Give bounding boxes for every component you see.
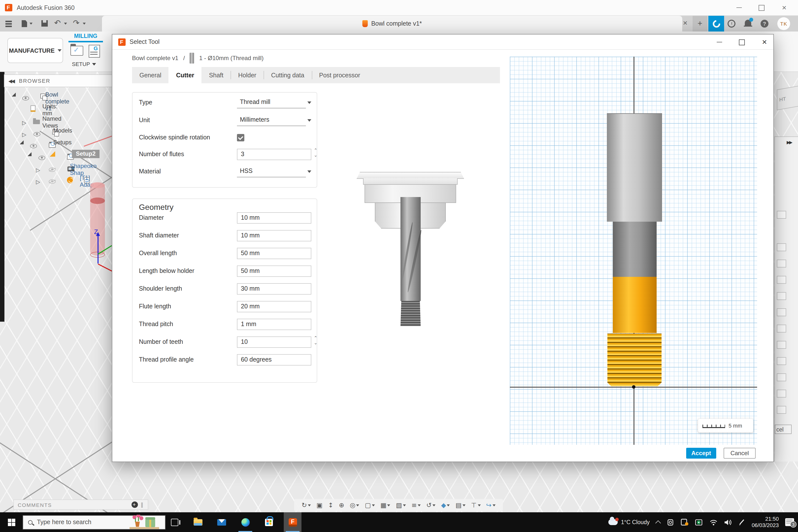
edge-button[interactable] [236, 512, 254, 532]
look-at-tool[interactable]: ▣ [317, 502, 323, 508]
job-status-button[interactable] [708, 16, 724, 32]
document-tab[interactable]: Bowl complete v1* [102, 16, 682, 32]
tree-row-root[interactable]: Bowl complete v1 [0, 89, 13, 100]
panel-collapse-icon[interactable]: ▶▶ [787, 140, 792, 145]
display-green-tray-icon[interactable] [695, 519, 703, 525]
spindle-rotation-checkbox[interactable] [237, 134, 244, 141]
tree-label[interactable]: Setups [53, 139, 72, 146]
file-explorer-button[interactable] [189, 512, 207, 532]
file-icon[interactable] [22, 20, 27, 27]
tree-label-selected[interactable]: Setup2 [72, 150, 99, 158]
background-cancel-button-partial[interactable]: cel [775, 424, 792, 434]
diameter-input[interactable]: 10 mm [237, 212, 311, 224]
visibility-off-icon[interactable] [49, 179, 56, 184]
accept-button[interactable]: Accept [686, 448, 716, 459]
refresh-tool[interactable]: ↺ [426, 502, 436, 508]
taskbar-search[interactable]: Type here to search [23, 515, 166, 529]
expand-open-icon[interactable] [12, 93, 16, 97]
close-button[interactable] [776, 0, 793, 15]
zoom-window-tool[interactable]: ◎ [350, 502, 359, 508]
number-of-teeth-input[interactable]: 10 [237, 337, 311, 348]
expand-closed-icon[interactable] [21, 133, 24, 138]
wifi-tray-icon[interactable] [709, 519, 718, 525]
expand-open-icon[interactable] [27, 152, 32, 156]
volume-tray-icon[interactable] [724, 519, 732, 525]
visibility-eye-icon[interactable] [38, 155, 45, 160]
visibility-eye-icon[interactable] [22, 96, 29, 100]
undo-icon[interactable]: ↶ [54, 18, 61, 27]
thread-pitch-input[interactable]: 1 mm [237, 319, 311, 330]
clock-widget[interactable]: 21:50 06/03/2023 [752, 516, 779, 529]
start-button[interactable] [0, 512, 23, 532]
visual-style[interactable]: ◆ [441, 502, 450, 508]
teeth-spinner[interactable] [314, 337, 319, 348]
expand-closed-icon[interactable] [35, 169, 38, 173]
overall-length-input[interactable]: 50 mm [237, 248, 311, 259]
breadcrumb-parent[interactable]: Bowl complete v1 [132, 55, 178, 61]
unit-dropdown[interactable]: Millimeters [237, 115, 311, 126]
webcam-tray-icon[interactable] [666, 519, 674, 525]
flutes-spinner[interactable] [314, 149, 319, 160]
expand-open-icon[interactable] [20, 140, 24, 144]
app-grid-icon[interactable] [5, 21, 12, 27]
collapse-browser-icon[interactable]: ◀◀ [8, 78, 14, 83]
tree-row-toolpath[interactable]: [T1] Adap [0, 172, 22, 183]
flute-length-input[interactable]: 20 mm [237, 301, 311, 312]
new-setup-icon[interactable] [71, 46, 83, 56]
steps-list[interactable]: ≡ [411, 502, 421, 508]
grid-settings[interactable]: ▦ [380, 502, 391, 508]
weather-widget[interactable]: 1°C Cloudy [608, 519, 650, 525]
visibility-eye-icon[interactable] [30, 144, 37, 148]
notifications-bell-icon[interactable] [745, 20, 751, 25]
help-icon[interactable]: ? [761, 20, 768, 27]
hidden-icons-chevron[interactable] [656, 520, 661, 526]
shaft-diameter-input[interactable]: 10 mm [237, 230, 311, 241]
tab-shaft[interactable]: Shaft [202, 67, 231, 83]
viewports[interactable]: ▧ [396, 502, 406, 508]
ribbon-tab-milling[interactable]: MILLING [70, 33, 102, 39]
visibility-off-icon[interactable] [49, 167, 56, 172]
generate-gcode-icon[interactable] [89, 45, 100, 58]
tree-row-units[interactable]: Units: mm [0, 101, 5, 112]
tree-row-setups[interactable]: Setups [0, 137, 14, 148]
thread-profile-angle-input[interactable]: 60 degrees [237, 354, 311, 365]
minimize-button[interactable] [730, 0, 747, 15]
comments-bar[interactable]: COMMENTS + ‖ [13, 499, 148, 510]
history-icon[interactable] [727, 20, 736, 27]
setup-group-label[interactable]: SETUP [72, 61, 96, 67]
save-icon[interactable] [41, 20, 48, 26]
tree-row-named-views[interactable]: Named Views [0, 113, 10, 124]
type-dropdown[interactable]: Thread mill [237, 97, 311, 108]
pen-tray-icon[interactable] [738, 519, 745, 526]
store-button[interactable] [260, 512, 278, 532]
material-dropdown[interactable]: HSS [237, 166, 311, 177]
machine-display[interactable]: ▤ [455, 502, 466, 508]
flutes-input[interactable]: 3 [237, 149, 311, 160]
dialog-close-button[interactable] [755, 35, 774, 50]
cancel-button[interactable]: Cancel [724, 448, 756, 459]
tree-label[interactable]: Models [53, 127, 72, 134]
tool-graph-viewport[interactable]: 5 mm [510, 57, 757, 445]
mail-button[interactable] [213, 512, 230, 532]
display-settings[interactable]: ▢ [365, 502, 375, 508]
tree-row-machine[interactable]: Shapeoko Shap [0, 160, 17, 171]
shoulder-length-input[interactable]: 30 mm [237, 283, 311, 294]
comments-resize-handle[interactable]: ‖ [141, 501, 144, 508]
tab-general[interactable]: General [132, 67, 169, 83]
visibility-eye-icon[interactable] [34, 132, 40, 136]
dialog-minimize-button[interactable] [709, 35, 729, 50]
simulate-compare[interactable]: ↪ [486, 502, 496, 508]
sync-update-tray-icon[interactable] [681, 519, 689, 526]
zoom-tool[interactable]: ⊕ [339, 502, 344, 508]
tool-display[interactable]: ⊤ [471, 502, 480, 508]
document-close-icon[interactable]: ✕ [683, 20, 688, 26]
browser-header[interactable]: ◀◀ BROWSER [4, 74, 113, 87]
workspace-selector[interactable]: MANUFACTURE [7, 38, 63, 63]
add-comment-icon[interactable]: + [131, 501, 138, 508]
tree-row-setup2[interactable]: Setup2 [0, 149, 20, 159]
tab-cutter[interactable]: Cutter [169, 67, 202, 83]
dialog-titlebar[interactable]: Select Tool [112, 35, 773, 50]
avatar[interactable]: TK [777, 17, 790, 30]
tree-label[interactable]: Units: mm [42, 103, 57, 117]
length-below-holder-input[interactable]: 50 mm [237, 266, 311, 277]
